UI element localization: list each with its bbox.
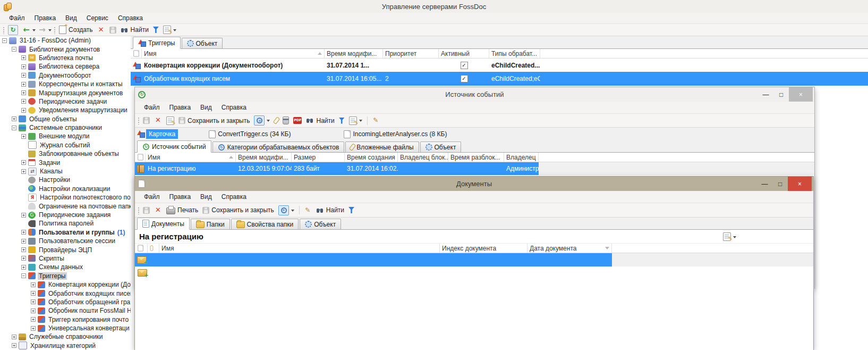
- active-checkbox[interactable]: ✓: [461, 75, 468, 82]
- tree-item[interactable]: +Провайдеры ЭЦП: [0, 245, 131, 254]
- tree-item[interactable]: +Универсальная конвертаци: [0, 324, 131, 332]
- tree-item[interactable]: +Триггер копирования почто: [0, 315, 131, 324]
- menu-item[interactable]: Файл: [139, 102, 165, 113]
- sign-button[interactable]: [302, 205, 314, 215]
- tab-documents[interactable]: Документы: [137, 218, 190, 230]
- tree-item[interactable]: +Общие объекты: [0, 115, 131, 123]
- group-view-button[interactable]: [721, 231, 739, 242]
- tree-item[interactable]: +Конвертация коррекции (До: [0, 280, 131, 289]
- tree-expander[interactable]: +: [21, 256, 26, 261]
- menu-item[interactable]: Справка: [217, 191, 251, 202]
- column-modified[interactable]: Время модифи...: [236, 153, 292, 162]
- new-row-icon[interactable]: [138, 269, 147, 277]
- tree-item[interactable]: +Маршрутизация документов: [0, 88, 131, 97]
- tab-folder-properties[interactable]: Свойства папки: [231, 219, 299, 229]
- view-notes-button[interactable]: [347, 115, 365, 126]
- column-priority[interactable]: Приоритет: [383, 49, 439, 58]
- tree-item[interactable]: +✉Библиотека почты: [0, 54, 131, 62]
- column-icon[interactable]: [135, 244, 148, 253]
- back-button[interactable]: ←: [20, 25, 32, 35]
- column-doc-index[interactable]: Индекс документа: [440, 244, 527, 253]
- create-button[interactable]: Создать: [57, 24, 95, 35]
- tree-expander[interactable]: +: [21, 73, 26, 78]
- save-close-button[interactable]: Сохранить и закрыть: [176, 116, 252, 126]
- tree-item[interactable]: +GПериодические задания: [0, 211, 131, 219]
- tree-expander[interactable]: +: [21, 230, 26, 235]
- tree-expander[interactable]: +: [21, 160, 26, 165]
- delete-button[interactable]: ✕: [152, 115, 164, 126]
- tree-item[interactable]: +Библиотека сервера: [0, 62, 131, 71]
- column-doc-date[interactable]: Дата документа: [527, 244, 612, 253]
- tree-item[interactable]: Заблокированные объекты: [0, 149, 131, 158]
- tree-expander[interactable]: +: [21, 90, 26, 95]
- minimize-button[interactable]: —: [758, 87, 773, 102]
- print-button[interactable]: Печать: [164, 205, 200, 215]
- active-checkbox[interactable]: ✓: [461, 62, 468, 69]
- minimize-button[interactable]: —: [757, 177, 772, 191]
- archive-button[interactable]: [280, 115, 291, 126]
- column-unlock-time[interactable]: Время разблок...: [448, 153, 504, 162]
- tree-expander[interactable]: +: [31, 326, 36, 331]
- find-button[interactable]: Найти: [314, 205, 346, 215]
- column-created[interactable]: Время создания: [345, 153, 398, 162]
- new-note-button[interactable]: [164, 115, 176, 126]
- column-size[interactable]: Размер: [292, 153, 345, 162]
- tree-expander[interactable]: +: [12, 116, 16, 121]
- tree-expander[interactable]: +: [21, 64, 26, 69]
- filter-button[interactable]: [337, 116, 347, 125]
- table-row[interactable]: Обработчик входящих писем 31.07.2014 16:…: [131, 72, 868, 86]
- delete-button[interactable]: ✕: [95, 25, 107, 35]
- table-row[interactable]: На регистрацию 12.03.2015 9:07:04 283 ба…: [135, 162, 539, 175]
- menu-item[interactable]: Правка: [165, 191, 196, 202]
- column-name[interactable]: Имя: [142, 49, 325, 58]
- tree-expander[interactable]: +: [21, 99, 26, 104]
- tree-item[interactable]: −Библиотеки документов: [0, 45, 131, 53]
- tree-item[interactable]: Журнал событий: [0, 141, 131, 149]
- attach-button[interactable]: [273, 116, 280, 125]
- tree-expander[interactable]: +: [21, 213, 26, 218]
- attachment-file[interactable]: IncomingLetterAnalyser.cs (8 КБ): [353, 130, 447, 138]
- tree-item[interactable]: +Периодические задачи: [0, 97, 131, 106]
- tree-item[interactable]: ЯНастройки полнотекстового пои: [0, 193, 131, 202]
- tree-expander[interactable]: +: [31, 282, 36, 287]
- menu-item[interactable]: Файл: [4, 13, 30, 23]
- filter-button[interactable]: [151, 26, 161, 34]
- delete-button[interactable]: ✕: [152, 205, 164, 215]
- tree-item[interactable]: +Хранилище категорий: [0, 341, 131, 350]
- tree-item[interactable]: −31-16 - FossDoc (Admin): [0, 36, 131, 45]
- find-button[interactable]: Найти: [304, 115, 336, 126]
- save-button[interactable]: [141, 116, 152, 125]
- tree-expander[interactable]: +: [12, 335, 16, 339]
- column-icon[interactable]: [131, 49, 142, 58]
- close-button[interactable]: ×: [788, 177, 812, 191]
- tree-item[interactable]: +Уведомления маршрутизации: [0, 106, 131, 114]
- menu-item[interactable]: Файл: [139, 191, 165, 202]
- menu-item[interactable]: Правка: [165, 102, 196, 113]
- close-button[interactable]: ×: [789, 87, 813, 102]
- save-button[interactable]: [141, 206, 152, 215]
- tree-item[interactable]: +Обробник пошти FossMail HI: [0, 306, 131, 315]
- column-attachment[interactable]: [148, 244, 159, 253]
- save-close-button[interactable]: Сохранить и закрыть: [200, 205, 276, 215]
- tree-item[interactable]: +Схемы данных: [0, 263, 131, 271]
- column-types[interactable]: Типы обрабат...: [489, 49, 540, 58]
- tree-item[interactable]: +⇄Каналы: [0, 167, 131, 176]
- save-button[interactable]: [107, 26, 118, 35]
- tree-expander[interactable]: −: [2, 38, 7, 43]
- tree-expander[interactable]: +: [12, 343, 16, 348]
- refresh-button[interactable]: ↻: [6, 24, 20, 36]
- forward-button[interactable]: →: [36, 25, 48, 35]
- tab-object[interactable]: Объект: [182, 38, 223, 48]
- tree-expander[interactable]: +: [31, 309, 36, 313]
- tree-expander[interactable]: +: [21, 247, 26, 252]
- tree-item[interactable]: −Триггеры: [0, 272, 131, 280]
- tree-item[interactable]: −Системные справочники: [0, 123, 131, 132]
- pdf-button[interactable]: PDF: [291, 116, 304, 125]
- tree-item[interactable]: +Пользователи и группы(1): [0, 228, 131, 237]
- tree-expander[interactable]: +: [31, 291, 36, 296]
- attachment-file[interactable]: ConvertTrigger.cs (34 КБ): [218, 130, 291, 138]
- column-modified[interactable]: Время модифи...: [325, 49, 383, 58]
- tree-item[interactable]: +Корреспонденты и контакты: [0, 80, 131, 88]
- filter-button[interactable]: [346, 206, 356, 214]
- menu-item[interactable]: Вид: [195, 102, 217, 113]
